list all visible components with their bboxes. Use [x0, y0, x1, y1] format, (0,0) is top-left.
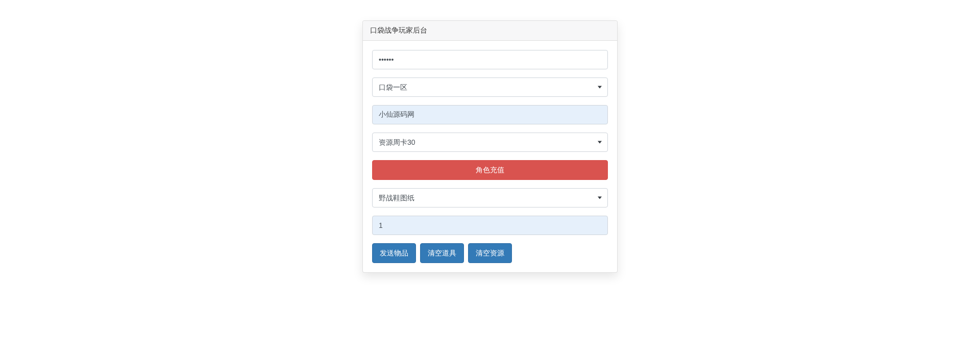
card-body: 口袋一区 资源周卡30 角色充值 [363, 41, 617, 272]
recharge-button[interactable]: 角色充值 [372, 160, 608, 180]
server-select[interactable]: 口袋一区 [372, 77, 608, 97]
send-item-button[interactable]: 发送物品 [372, 243, 416, 263]
recharge-package-select[interactable]: 资源周卡30 [372, 133, 608, 152]
player-name-input[interactable] [372, 105, 608, 124]
item-select[interactable]: 野战鞋图纸 [372, 188, 608, 207]
card-title: 口袋战争玩家后台 [363, 21, 617, 41]
clear-resources-button[interactable]: 清空资源 [468, 243, 512, 263]
quantity-input[interactable] [372, 216, 608, 235]
clear-items-button[interactable]: 清空道具 [420, 243, 464, 263]
admin-card: 口袋战争玩家后台 口袋一区 资源周卡30 [362, 20, 618, 273]
password-input[interactable] [372, 50, 608, 69]
